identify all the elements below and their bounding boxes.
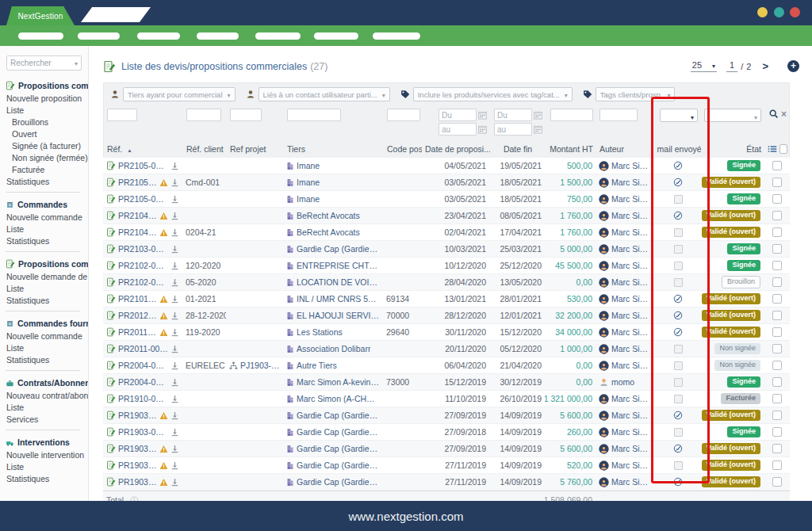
sidebar-item[interactable]: Liste	[0, 104, 88, 116]
sidebar-item[interactable]: Statistiques	[0, 294, 88, 306]
column-header[interactable]: Date fin	[490, 144, 546, 154]
row-checkbox[interactable]	[772, 261, 782, 270]
row-checkbox[interactable]	[772, 411, 782, 420]
table-row[interactable]: PR2004-0011Marc Simon A-kevin (A-Kevin)7…	[103, 374, 790, 391]
sidebar-item[interactable]: Statistiques	[0, 353, 88, 365]
proposal-ref-link[interactable]: PR1903-0006	[118, 460, 157, 470]
download-icon[interactable]	[170, 428, 179, 437]
tiers-link[interactable]: Marc Simon (A-CHARIF)	[297, 394, 380, 403]
proposal-ref-link[interactable]: PR1903-0007	[118, 444, 157, 453]
table-row[interactable]: PR2105-0023Cmd-001Imane03/05/202118/05/2…	[103, 174, 790, 191]
menu-item-pill[interactable]	[255, 32, 301, 40]
row-checkbox[interactable]	[772, 178, 782, 187]
tiers-link[interactable]: BeRecht Avocats	[297, 211, 360, 220]
clear-filters-button[interactable]	[781, 109, 787, 120]
download-icon[interactable]	[170, 162, 179, 170]
filter-dropdown[interactable]: Liés à un contact utilisateur parti...	[259, 87, 390, 101]
download-icon[interactable]	[170, 212, 179, 220]
search-button[interactable]	[768, 109, 779, 119]
calendar-icon[interactable]	[478, 125, 487, 134]
tiers-link[interactable]: ENTREPRISE CHTIOUI	[297, 261, 380, 270]
tiers-link[interactable]: LOCATION DE VOITURE & R...	[297, 277, 380, 287]
tiers-link[interactable]: Gardie Cap (Gardie Cap)	[297, 427, 380, 437]
author-link[interactable]: Marc Simon	[611, 277, 653, 287]
tiers-link[interactable]: Gardie Cap (Gardie Cap)	[297, 477, 380, 487]
row-checkbox[interactable]	[772, 427, 782, 437]
row-checkbox[interactable]	[772, 277, 782, 287]
table-row[interactable]: PR2011-0014119-2020Les Stations2964030/1…	[103, 324, 790, 341]
status-dot-red[interactable]	[790, 7, 800, 17]
sidebar-item[interactable]: Facturée	[0, 163, 88, 175]
row-checkbox[interactable]	[772, 361, 782, 370]
proposal-ref-link[interactable]: PR2101-0016	[118, 294, 157, 304]
author-link[interactable]: Marc Simon	[611, 194, 653, 204]
author-link[interactable]: Marc Simon	[611, 294, 653, 304]
proposal-ref-link[interactable]: PR2105-0024	[118, 161, 168, 170]
sidebar-item[interactable]: Nouvelle demande de prix	[0, 270, 88, 282]
proposal-ref-link[interactable]: PR1910-0010	[118, 394, 168, 403]
sidebar-item[interactable]: Liste	[0, 460, 88, 472]
calendar-icon[interactable]	[534, 125, 542, 134]
author-link[interactable]: Marc Simon	[611, 244, 653, 254]
calendar-icon[interactable]	[478, 111, 487, 120]
sidebar-section-title[interactable]: Interventions	[0, 435, 88, 449]
column-header[interactable]: Code postal	[384, 144, 422, 154]
tiers-link[interactable]: Autre Tiers	[297, 361, 337, 370]
row-checkbox[interactable]	[772, 394, 782, 403]
tiers-link[interactable]: Gardie Cap (Gardie Cap)	[297, 411, 380, 420]
sidebar-item[interactable]: Statistiques	[0, 235, 88, 246]
table-row[interactable]: PR2102-0018120-2020ENTREPRISE CHTIOUI10/…	[103, 258, 790, 274]
table-row[interactable]: PR2011-0013Association Dolibarr20/11/202…	[103, 341, 790, 357]
sidebar-section-title[interactable]: Commandes	[0, 197, 88, 211]
download-icon[interactable]	[170, 328, 179, 337]
author-link[interactable]: momo	[611, 377, 634, 387]
table-row[interactable]: PR1903-0008Gardie Cap (Gardie Cap)27/09/…	[103, 424, 790, 441]
column-header[interactable]: Tiers	[284, 144, 384, 154]
proposal-ref-link[interactable]: PR2105-0022	[118, 194, 168, 204]
table-row[interactable]: PR1903-0006Gardie Cap (Gardie Cap)27/11/…	[103, 457, 790, 474]
download-icon[interactable]	[170, 262, 179, 270]
download-icon[interactable]	[170, 378, 179, 387]
secondary-tab[interactable]	[81, 7, 151, 22]
filter-author-input[interactable]	[599, 109, 638, 121]
download-icon[interactable]	[170, 478, 179, 487]
proposal-ref-link[interactable]: PR2103-0019	[118, 244, 168, 254]
table-row[interactable]: PR1910-0010Marc Simon (A-CHARIF)11/10/20…	[103, 391, 790, 407]
author-link[interactable]: Marc Simon	[611, 344, 653, 353]
sidebar-item[interactable]: Brouillons	[0, 116, 88, 128]
download-icon[interactable]	[170, 195, 179, 204]
brand-tab[interactable]: NextGestion	[6, 6, 75, 25]
tiers-link[interactable]: Gardie Cap (Gardie Cap)	[297, 244, 380, 254]
tiers-link[interactable]: Imane	[297, 161, 320, 170]
column-header[interactable]: Email envoyé?	[657, 144, 701, 154]
proposal-ref-link[interactable]: PR2011-0014	[118, 327, 157, 337]
row-checkbox[interactable]	[772, 311, 782, 320]
sidebar-item[interactable]: Liste	[0, 282, 88, 294]
tiers-link[interactable]: Imane	[297, 194, 320, 204]
proposal-ref-link[interactable]: PR2105-0023	[118, 178, 157, 187]
column-header[interactable]: État	[701, 144, 764, 154]
download-icon[interactable]	[170, 345, 179, 353]
author-link[interactable]: Marc Simon	[611, 361, 653, 370]
table-row[interactable]: PR2101-001601-2021INL / UMR CNRS 5512 (I…	[103, 291, 790, 308]
download-icon[interactable]	[170, 411, 179, 420]
filter-dropdown[interactable]: Tiers ayant pour commercial	[123, 87, 236, 101]
menu-item-pill[interactable]	[78, 32, 120, 40]
download-icon[interactable]	[170, 228, 179, 237]
menu-item-pill[interactable]	[314, 32, 358, 40]
column-header[interactable]: Ref projet	[227, 144, 284, 154]
filter-project-input[interactable]	[230, 109, 262, 121]
author-link[interactable]: Marc Simon	[611, 477, 653, 487]
project-link[interactable]: PJ1903-0004	[240, 361, 280, 370]
download-icon[interactable]	[170, 445, 179, 453]
author-link[interactable]: Marc Simon	[611, 427, 653, 437]
sidebar-item[interactable]: Liste	[0, 401, 88, 413]
author-link[interactable]: Marc Simon	[611, 444, 653, 453]
table-row[interactable]: PR2104-0021BeRecht Avocats23/04/202108/0…	[103, 208, 790, 224]
table-row[interactable]: PR1903-0009Gardie Cap (Gardie Cap)27/09/…	[103, 407, 790, 424]
author-link[interactable]: Marc Simon	[611, 411, 653, 420]
row-checkbox[interactable]	[772, 477, 782, 487]
download-icon[interactable]	[170, 461, 179, 470]
menu-item-pill[interactable]	[137, 32, 180, 40]
current-page-input[interactable]: 1	[726, 60, 737, 72]
